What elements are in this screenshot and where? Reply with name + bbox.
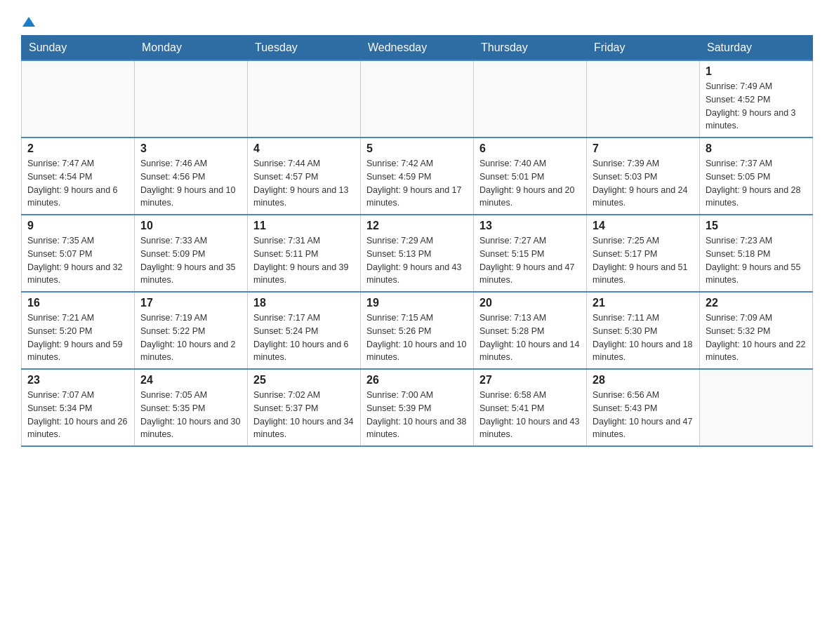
day-number: 9	[27, 220, 128, 232]
calendar-cell: 1Sunrise: 7:49 AMSunset: 4:52 PMDaylight…	[700, 60, 813, 137]
day-info-line: Sunset: 5:41 PM	[479, 402, 581, 415]
calendar-header-friday: Friday	[587, 36, 700, 61]
day-info-line: Sunrise: 7:09 AM	[706, 311, 807, 325]
day-info-line: Sunrise: 7:29 AM	[366, 234, 468, 248]
day-info-line: Daylight: 9 hours and 3 minutes.	[706, 107, 807, 133]
day-number: 21	[593, 297, 694, 309]
calendar-cell: 14Sunrise: 7:25 AMSunset: 5:17 PMDayligh…	[587, 215, 700, 292]
day-info-line: Daylight: 9 hours and 43 minutes.	[366, 261, 468, 288]
day-number: 25	[253, 374, 355, 387]
calendar-cell: 9Sunrise: 7:35 AMSunset: 5:07 PMDaylight…	[22, 215, 135, 292]
day-info-line: Daylight: 10 hours and 26 minutes.	[27, 415, 128, 442]
calendar-table: SundayMondayTuesdayWednesdayThursdayFrid…	[21, 35, 813, 447]
calendar-cell: 2Sunrise: 7:47 AMSunset: 4:54 PMDaylight…	[22, 137, 135, 215]
day-info-line: Sunset: 5:26 PM	[366, 325, 468, 338]
day-info-line: Sunrise: 6:56 AM	[593, 389, 694, 402]
day-number: 23	[27, 374, 128, 387]
day-info-line: Sunset: 5:39 PM	[366, 402, 468, 415]
day-info-line: Sunrise: 7:02 AM	[253, 389, 355, 402]
day-info-line: Sunrise: 7:23 AM	[706, 234, 807, 248]
day-info-line: Sunrise: 7:13 AM	[479, 311, 581, 325]
day-number: 19	[366, 297, 468, 309]
calendar-header-saturday: Saturday	[700, 36, 813, 61]
day-number: 11	[253, 220, 355, 232]
day-number: 20	[479, 297, 581, 309]
day-info-line: Daylight: 9 hours and 17 minutes.	[366, 184, 468, 210]
day-info-line: Sunrise: 6:58 AM	[479, 389, 581, 402]
calendar-cell: 13Sunrise: 7:27 AMSunset: 5:15 PMDayligh…	[474, 215, 587, 292]
day-info-line: Sunrise: 7:44 AM	[253, 157, 355, 170]
calendar-cell	[361, 60, 474, 137]
day-info-line: Sunrise: 7:37 AM	[706, 157, 807, 170]
day-number: 27	[479, 374, 581, 387]
day-info-line: Daylight: 10 hours and 14 minutes.	[479, 338, 581, 365]
calendar-cell: 6Sunrise: 7:40 AMSunset: 5:01 PMDaylight…	[474, 137, 587, 215]
day-info-line: Sunset: 5:20 PM	[27, 325, 128, 338]
calendar-cell	[587, 60, 700, 137]
calendar-cell	[22, 60, 135, 137]
calendar-header-row: SundayMondayTuesdayWednesdayThursdayFrid…	[22, 36, 813, 61]
calendar-cell: 26Sunrise: 7:00 AMSunset: 5:39 PMDayligh…	[361, 369, 474, 446]
day-number: 28	[593, 374, 694, 387]
calendar-cell: 17Sunrise: 7:19 AMSunset: 5:22 PMDayligh…	[135, 292, 248, 369]
calendar-week-row: 1Sunrise: 7:49 AMSunset: 4:52 PMDaylight…	[22, 60, 813, 137]
day-info-line: Daylight: 9 hours and 35 minutes.	[140, 261, 241, 288]
day-info-line: Daylight: 9 hours and 51 minutes.	[593, 261, 694, 288]
day-number: 8	[706, 142, 807, 155]
calendar-cell	[248, 60, 361, 137]
calendar-cell: 16Sunrise: 7:21 AMSunset: 5:20 PMDayligh…	[22, 292, 135, 369]
day-info-line: Daylight: 9 hours and 24 minutes.	[593, 184, 694, 210]
calendar-header-tuesday: Tuesday	[248, 36, 361, 61]
calendar-week-row: 16Sunrise: 7:21 AMSunset: 5:20 PMDayligh…	[22, 292, 813, 369]
day-info-line: Sunset: 4:52 PM	[706, 93, 807, 107]
day-info-line: Sunset: 5:43 PM	[593, 402, 694, 415]
day-info-line: Daylight: 9 hours and 39 minutes.	[253, 261, 355, 288]
calendar-cell: 25Sunrise: 7:02 AMSunset: 5:37 PMDayligh…	[248, 369, 361, 446]
day-info-line: Sunset: 5:05 PM	[706, 170, 807, 184]
day-info-line: Sunset: 5:18 PM	[706, 248, 807, 261]
day-number: 26	[366, 374, 468, 387]
day-info-line: Sunrise: 7:27 AM	[479, 234, 581, 248]
day-info-line: Sunset: 5:17 PM	[593, 248, 694, 261]
day-number: 14	[593, 220, 694, 232]
day-info-line: Sunrise: 7:46 AM	[140, 157, 241, 170]
day-info-line: Sunset: 5:03 PM	[593, 170, 694, 184]
calendar-cell	[135, 60, 248, 137]
day-info-line: Daylight: 10 hours and 47 minutes.	[593, 415, 694, 442]
day-number: 24	[140, 374, 241, 387]
logo-triangle-icon	[22, 14, 35, 27]
day-number: 16	[27, 297, 128, 309]
calendar-header-sunday: Sunday	[22, 36, 135, 61]
day-info-line: Sunrise: 7:42 AM	[366, 157, 468, 170]
day-info-line: Daylight: 10 hours and 30 minutes.	[140, 415, 241, 442]
day-info-line: Daylight: 10 hours and 10 minutes.	[366, 338, 468, 365]
calendar-cell: 18Sunrise: 7:17 AMSunset: 5:24 PMDayligh…	[248, 292, 361, 369]
day-info-line: Sunset: 5:30 PM	[593, 325, 694, 338]
day-number: 3	[140, 142, 241, 155]
day-number: 5	[366, 142, 468, 155]
day-info-line: Sunrise: 7:17 AM	[253, 311, 355, 325]
day-info-line: Sunset: 5:13 PM	[366, 248, 468, 261]
day-info-line: Sunset: 4:57 PM	[253, 170, 355, 184]
day-info-line: Daylight: 9 hours and 13 minutes.	[253, 184, 355, 210]
logo	[21, 14, 35, 28]
day-info-line: Sunrise: 7:05 AM	[140, 389, 241, 402]
day-info-line: Daylight: 9 hours and 47 minutes.	[479, 261, 581, 288]
day-info-line: Sunset: 4:54 PM	[27, 170, 128, 184]
day-info-line: Sunrise: 7:47 AM	[27, 157, 128, 170]
page-header	[21, 14, 813, 28]
day-info-line: Sunrise: 7:07 AM	[27, 389, 128, 402]
day-number: 1	[706, 65, 807, 78]
day-number: 13	[479, 220, 581, 232]
calendar-cell: 22Sunrise: 7:09 AMSunset: 5:32 PMDayligh…	[700, 292, 813, 369]
day-number: 6	[479, 142, 581, 155]
day-info-line: Sunset: 5:24 PM	[253, 325, 355, 338]
calendar-cell: 15Sunrise: 7:23 AMSunset: 5:18 PMDayligh…	[700, 215, 813, 292]
day-info-line: Daylight: 9 hours and 32 minutes.	[27, 261, 128, 288]
day-info-line: Daylight: 10 hours and 38 minutes.	[366, 415, 468, 442]
calendar-cell: 7Sunrise: 7:39 AMSunset: 5:03 PMDaylight…	[587, 137, 700, 215]
day-info-line: Daylight: 10 hours and 18 minutes.	[593, 338, 694, 365]
day-info-line: Sunset: 5:28 PM	[479, 325, 581, 338]
day-info-line: Daylight: 9 hours and 6 minutes.	[27, 184, 128, 210]
day-info-line: Daylight: 10 hours and 2 minutes.	[140, 338, 241, 365]
